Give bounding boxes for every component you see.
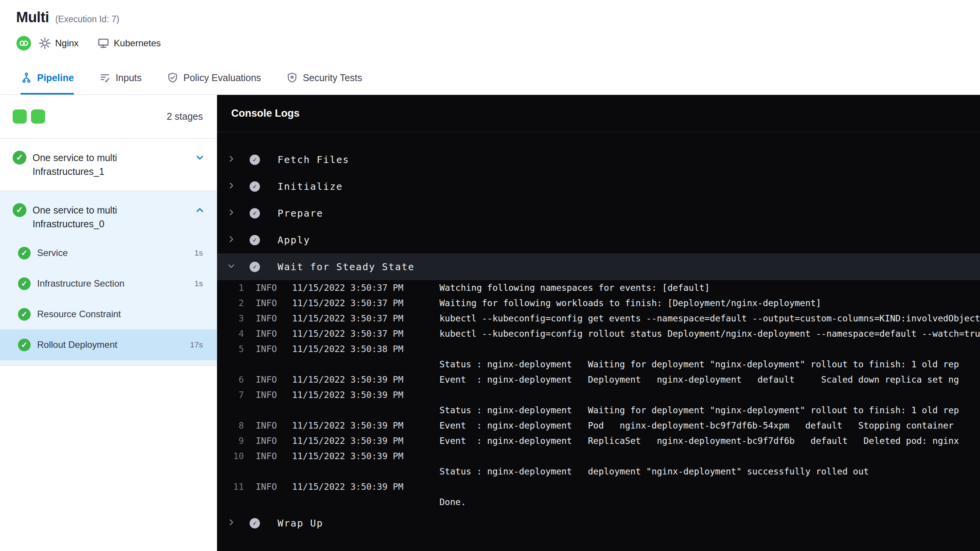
- step-success-icon: [250, 181, 260, 192]
- tab-policy-evaluations-label: Policy Evaluations: [183, 72, 261, 83]
- stages-summary: 2 stages: [0, 95, 217, 139]
- success-check-icon: [18, 339, 31, 351]
- step-duration: 17s: [190, 340, 203, 349]
- log-line: 8INFO11/15/2022 3:50:39 PMEvent : nginx-…: [217, 418, 980, 433]
- tab-security-tests-label: Security Tests: [303, 72, 362, 83]
- chevron-right-icon[interactable]: [227, 208, 237, 218]
- chevron-right-icon[interactable]: [227, 235, 237, 245]
- pipeline-step[interactable]: Infrastructure Section 1s: [0, 268, 217, 299]
- execution-header: Multi (Execution Id: 7) Nginx Kubernetes: [0, 0, 980, 62]
- inputs-icon: [99, 72, 111, 83]
- console-step-wrap-up[interactable]: Wrap Up: [217, 510, 980, 536]
- stage-item-infrastructures-0[interactable]: One service to multi Infrastructures_0: [0, 191, 217, 238]
- pipeline-icon: [21, 72, 32, 83]
- title-row: Multi (Execution Id: 7): [16, 9, 980, 26]
- pipeline-step[interactable]: Service 1s: [0, 238, 217, 268]
- chevron-down-icon[interactable]: [194, 152, 205, 163]
- log-line: Done.: [217, 494, 980, 510]
- tab-inputs[interactable]: Inputs: [99, 62, 142, 95]
- console-step-name: Initialize: [278, 181, 343, 192]
- tab-pipeline-label: Pipeline: [37, 72, 74, 83]
- pipeline-step[interactable]: Rollout Deployment 17s: [0, 329, 217, 360]
- console-step-apply[interactable]: Apply: [217, 227, 980, 253]
- log-line: 10INFO11/15/2022 3:50:39 PM: [217, 448, 980, 464]
- console-step-name: Apply: [278, 235, 310, 246]
- service-status-icon: [16, 36, 31, 51]
- log-line: Status : nginx-deployment Waiting for de…: [217, 357, 980, 372]
- page-title: Multi: [16, 9, 49, 26]
- tab-security-tests[interactable]: Security Tests: [286, 62, 362, 95]
- step-success-icon: [250, 155, 260, 165]
- step-success-icon: [250, 262, 260, 272]
- log-line: 9INFO11/15/2022 3:50:39 PMEvent : nginx-…: [217, 433, 980, 448]
- console-step-fetch-files[interactable]: Fetch Files: [217, 146, 980, 173]
- chevron-right-icon[interactable]: [227, 518, 237, 528]
- log-line: Status : nginx-deployment deployment "ng…: [217, 464, 980, 479]
- chevron-right-icon[interactable]: [227, 181, 237, 191]
- log-line: 1INFO11/15/2022 3:50:37 PMWatching follo…: [217, 280, 980, 295]
- stage-steps: Service 1s Infrastructure Section 1s Res…: [0, 238, 217, 360]
- tab-policy-evaluations[interactable]: Policy Evaluations: [167, 62, 261, 95]
- stage-item-infrastructures-0-card: One service to multi Infrastructures_0 S…: [0, 191, 217, 366]
- gear-icon: [38, 37, 51, 50]
- execution-meta-row: Nginx Kubernetes: [16, 36, 980, 51]
- console-step-name: Wait for Steady State: [278, 261, 415, 272]
- log-line: 7INFO11/15/2022 3:50:39 PM: [217, 387, 980, 403]
- step-label: Rollout Deployment: [37, 339, 117, 350]
- execution-body: 2 stages One service to multi Infrastruc…: [0, 95, 980, 551]
- log-line: 2INFO11/15/2022 3:50:37 PMWaiting for fo…: [217, 295, 980, 311]
- console-title: Console Logs: [231, 108, 300, 119]
- console-panel: Console Logs Fetch FilesInitializePrepar…: [217, 95, 980, 551]
- console-log-area: Fetch FilesInitializePrepareApplyWait fo…: [217, 132, 980, 536]
- step-duration: 1s: [194, 248, 203, 258]
- chevron-down-icon[interactable]: [227, 262, 237, 272]
- log-line: 11INFO11/15/2022 3:50:39 PM: [217, 479, 980, 494]
- execution-id: (Execution Id: 7): [55, 14, 119, 24]
- console-step-wait-for-steady-state[interactable]: Wait for Steady State: [217, 253, 980, 280]
- stage-item-infrastructures-1[interactable]: One service to multi Infrastructures_1: [0, 139, 217, 191]
- stage-label: One service to multi Infrastructures_1: [33, 151, 178, 178]
- service-name[interactable]: Nginx: [55, 38, 78, 49]
- tab-inputs-label: Inputs: [116, 72, 142, 83]
- success-check-icon: [18, 308, 31, 321]
- tab-bar: Pipeline Inputs Policy Evaluations Secur…: [0, 62, 980, 95]
- success-check-icon: [13, 203, 26, 217]
- shield-check-icon: [167, 72, 178, 83]
- stage-label: One service to multi Infrastructures_0: [33, 203, 178, 231]
- log-line: 6INFO11/15/2022 3:50:39 PMEvent : nginx-…: [217, 372, 980, 387]
- stages-count: 2 stages: [167, 111, 203, 122]
- step-success-icon: [250, 208, 260, 218]
- environment-icon: [97, 37, 110, 50]
- log-line: 4INFO11/15/2022 3:50:37 PMkubectl --kube…: [217, 326, 980, 341]
- log-lines: 1INFO11/15/2022 3:50:37 PMWatching follo…: [217, 280, 980, 510]
- stage-status-square: [13, 109, 27, 124]
- success-check-icon: [18, 277, 31, 290]
- chevron-up-icon[interactable]: [194, 205, 205, 215]
- console-step-name: Prepare: [278, 208, 323, 219]
- log-line: Status : nginx-deployment Waiting for de…: [217, 403, 980, 418]
- step-success-icon: [250, 235, 260, 245]
- step-success-icon: [250, 518, 260, 528]
- console-step-prepare[interactable]: Prepare: [217, 200, 980, 227]
- environment-name[interactable]: Kubernetes: [114, 38, 161, 49]
- step-duration: 1s: [194, 279, 203, 288]
- step-label: Resource Constraint: [37, 309, 121, 320]
- console-step-name: Fetch Files: [278, 154, 350, 165]
- step-label: Service: [37, 248, 68, 258]
- log-line: 3INFO11/15/2022 3:50:37 PMkubectl --kube…: [217, 311, 980, 326]
- tab-pipeline[interactable]: Pipeline: [21, 62, 74, 95]
- console-step-name: Wrap Up: [278, 518, 323, 529]
- stage-sidebar: 2 stages One service to multi Infrastruc…: [0, 95, 217, 551]
- step-label: Infrastructure Section: [37, 278, 124, 289]
- console-header: Console Logs: [217, 95, 980, 132]
- pipeline-step[interactable]: Resource Constraint: [0, 299, 217, 329]
- console-step-initialize[interactable]: Initialize: [217, 173, 980, 200]
- shield-icon: [286, 72, 298, 83]
- chevron-right-icon[interactable]: [227, 155, 237, 165]
- success-check-icon: [18, 247, 31, 259]
- log-line: 5INFO11/15/2022 3:50:38 PM: [217, 341, 980, 357]
- success-check-icon: [13, 151, 26, 165]
- stage-status-square: [31, 109, 45, 124]
